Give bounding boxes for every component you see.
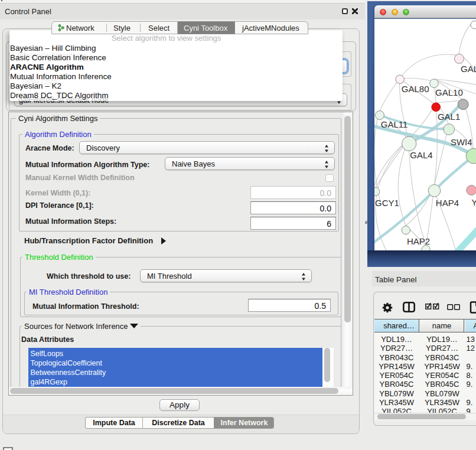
svg-text:HAP4: HAP4 (436, 198, 459, 208)
svg-text:GAL10: GAL10 (435, 87, 463, 97)
svg-text:GCY1: GCY1 (375, 198, 399, 208)
svg-text:GAL11: GAL11 (381, 119, 408, 129)
svg-text:HAP2: HAP2 (407, 236, 430, 246)
svg-text:GAL7: GAL7 (461, 64, 476, 74)
svg-text:YD: YD (471, 197, 476, 207)
svg-text:GAL80: GAL80 (402, 84, 429, 94)
svg-text:GAL4: GAL4 (410, 150, 432, 160)
svg-text:GAL1: GAL1 (438, 112, 460, 122)
svg-text:SWI4: SWI4 (451, 137, 472, 147)
